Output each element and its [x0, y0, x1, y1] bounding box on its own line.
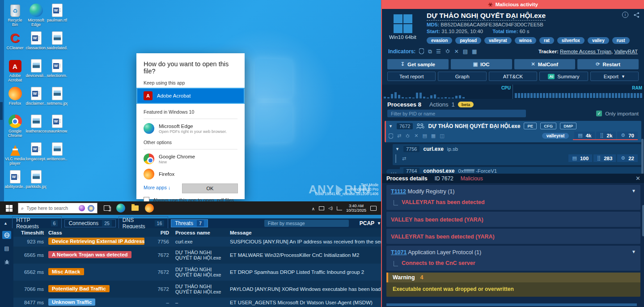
tracker-link-rat[interactable]: Remote Access Trojan — [560, 49, 611, 54]
tag-rat[interactable]: rat — [539, 37, 554, 44]
process-row-main[interactable]: ▼ 7672 DỰ THẢO NGHỊ QUYẾT ĐẠI HỘI.exe PE… — [385, 121, 641, 142]
desktop-icon-file[interactable]: selectionm... — [47, 57, 68, 85]
desktop-icon-file[interactable]: classaction... — [25, 30, 47, 57]
tag-evasion[interactable]: evasion — [427, 37, 452, 44]
app-option-adobe-acrobat[interactable]: A Adobe Acrobat — [136, 88, 245, 104]
copy-indicator-icon[interactable]: ⧉ — [428, 48, 432, 55]
desktop-icon-adobe-acrobat[interactable]: AAdobe Acrobat — [4, 57, 25, 85]
graph-button[interactable]: Graph — [438, 72, 486, 81]
threat-row[interactable]: 923 ms Device Retrieving External IP Add… — [13, 237, 381, 247]
desktop-icon-chrome[interactable]: Google Chrome — [4, 113, 25, 141]
globe-icon[interactable] — [2, 231, 11, 239]
collapse-panel-icon[interactable]: ▲ — [2, 221, 9, 226]
desktop-icon-recycle-bin[interactable]: Recycle Bin — [4, 2, 25, 30]
cfg-chip[interactable]: CFG — [540, 123, 556, 129]
display-icon[interactable] — [319, 206, 324, 210]
malconf-button[interactable]: ✕MalConf — [514, 59, 576, 69]
app-option-edge[interactable]: Microsoft Edge Open PDFs right in your w… — [136, 121, 245, 136]
desktop-icon-firefox[interactable]: Firefox — [4, 85, 25, 113]
taskbar-clock[interactable]: 3:40 AM 10/31/2025 — [346, 204, 366, 213]
chevron-down-icon[interactable]: ▼ — [631, 249, 636, 254]
process-row-partial[interactable]: 7764 conhost.exe 0xffffffff -ForceV1 — [400, 167, 641, 174]
tag-valley[interactable]: valley — [588, 37, 609, 44]
pe-chip[interactable]: PE — [524, 123, 537, 129]
close-icon[interactable]: ✕ — [636, 175, 640, 182]
edge-taskbar-icon[interactable] — [116, 204, 125, 213]
tracker-link-valleyrat[interactable]: ValleyRAT — [614, 49, 638, 54]
app-option-firefox[interactable]: Firefox — [136, 166, 245, 182]
tag-payload[interactable]: payload — [455, 37, 481, 44]
file-explorer-icon[interactable] — [131, 205, 139, 211]
registry-count[interactable]: ⚙70 — [617, 132, 638, 139]
modules-count[interactable]: ⣿2k — [596, 132, 616, 139]
details-scrollbar[interactable] — [642, 205, 644, 236]
desktop-icon-file[interactable]: setmenu.jpg — [47, 85, 68, 113]
qr-indicator-icon[interactable]: ▦ — [472, 48, 477, 55]
tab-connections[interactable]: Connections25 — [64, 219, 115, 227]
sample-filename[interactable]: DỰ THẢO NGHỊ QUYẾT ĐẠI HỘI.exe — [427, 12, 546, 21]
ok-button[interactable]: OK — [182, 183, 238, 193]
tag-silverfox[interactable]: silverfox — [557, 37, 585, 44]
desktop-icon-file[interactable]: devicevali... — [25, 57, 47, 85]
ai-summary-button[interactable]: AISummary — [539, 72, 588, 81]
tab-actions[interactable]: Actions 1 beta — [429, 101, 474, 108]
threat-row[interactable]: 7066 ms Potentially Bad Traffic 7672 DỰ … — [13, 281, 381, 298]
log-file-icon[interactable]: ▤ — [2, 244, 11, 252]
modules-count[interactable]: ⣿283 — [593, 154, 616, 162]
threats-bug-icon[interactable] — [2, 258, 11, 266]
desktop-icon-ccleaner[interactable]: CCCleaner — [4, 30, 25, 57]
network-icon[interactable] — [337, 206, 342, 210]
files-count[interactable]: ▤4k — [574, 132, 595, 139]
restart-button[interactable]: ⟳Restart — [577, 59, 639, 69]
desktop-icon-file[interactable]: usaunknow... — [47, 113, 68, 141]
yara-row[interactable]: VALLEYRAT has been detected (YARA) — [386, 229, 640, 244]
info-icon[interactable]: i — [622, 12, 628, 18]
technique-row-t1112[interactable]: T1112 Modify Registry (1) ▼ VALLEYRAT ha… — [386, 185, 640, 210]
task-view-icon[interactable] — [104, 205, 110, 211]
threat-row[interactable]: 6562 ms Misc Attack 7672 DỰ THẢO NGHỊ QU… — [13, 264, 381, 281]
tray-expand-icon[interactable]: ∧ — [312, 206, 315, 211]
detection-text[interactable]: VALLEYRAT has been detected — [402, 199, 485, 205]
desktop-icon-file[interactable]: writtencon... — [47, 141, 68, 168]
desktop-icon-file[interactable]: parkkids.jpg — [25, 168, 47, 196]
registry-count[interactable]: ⚙22 — [617, 154, 638, 162]
only-important-checkbox[interactable]: ✓ — [596, 111, 602, 116]
ioc-button[interactable]: ▣IOC — [451, 59, 512, 69]
desktop-icon-vlc[interactable]: VLC media player — [4, 141, 25, 168]
action-center-icon[interactable] — [370, 206, 377, 211]
collapse-caret-icon[interactable]: ▼ — [395, 147, 400, 151]
technique-row-t1071[interactable]: T1071 Application Layer Protocol (1) ▼ C… — [386, 246, 640, 271]
app-option-chrome[interactable]: Google Chrome New — [136, 151, 245, 166]
detection-text[interactable]: Connects to the CnC server — [402, 260, 475, 266]
start-button[interactable] — [0, 201, 18, 215]
desktop-icon-edge[interactable]: Microsoft Edge — [25, 2, 47, 30]
message-filter-input[interactable]: Filter by message — [264, 220, 349, 227]
tab-processes[interactable]: Processes 8 — [387, 101, 421, 108]
tag-valleyrat[interactable]: valleyrat — [484, 37, 512, 44]
document-indicator-icon[interactable]: ▤ — [463, 48, 468, 55]
files-count[interactable]: ▤100 — [568, 154, 592, 162]
attck-button[interactable]: ATT&CK — [489, 72, 537, 81]
valleyrat-tag[interactable]: valleyrat — [542, 133, 569, 139]
tag-rust[interactable]: rust — [612, 37, 630, 44]
pid-filter-input[interactable]: Filter by PID or name — [387, 110, 526, 117]
desktop-icon-file[interactable]: saidrelated... — [47, 30, 68, 57]
warning-section[interactable]: Warning 4 Executable content was dropped… — [386, 273, 640, 297]
collapse-caret-icon[interactable]: ▼ — [389, 124, 393, 128]
yara-row[interactable]: VALLEY has been detected (YARA) — [386, 212, 640, 227]
speaker-icon[interactable]: ◁) — [328, 206, 333, 210]
tag-winos[interactable]: winos — [515, 37, 536, 44]
chevron-down-icon[interactable]: ▼ — [631, 188, 636, 193]
get-sample-button[interactable]: ↧Get sample — [387, 59, 449, 69]
process-row-child[interactable]: ▼ 7756 curl.exe ip.sb ⇄ ▤100 ⣿283 ⚙22 — [393, 144, 641, 165]
desktop-icon-file[interactable]: abilityorde... — [4, 168, 25, 196]
pcap-dropdown[interactable]: PCAP▼ — [360, 220, 381, 226]
desktop-icon-file[interactable]: disclaimer... — [25, 85, 47, 113]
list-indicator-icon[interactable]: ☰ — [436, 48, 441, 55]
export-button[interactable]: Export▼ — [590, 72, 639, 81]
desktop-icon-file[interactable]: longaccept... — [25, 141, 47, 168]
process-scrollbar[interactable] — [641, 139, 644, 179]
threat-row[interactable]: 6565 ms A Network Trojan was detected 76… — [13, 247, 381, 264]
share-icon[interactable] — [634, 12, 640, 18]
technique-link[interactable]: T1112 — [391, 188, 406, 195]
